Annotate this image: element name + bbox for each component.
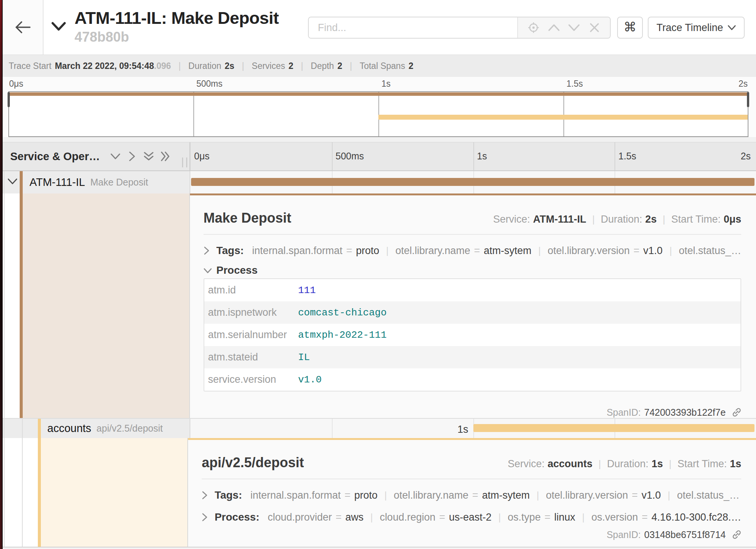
trace-minimap: 0μs 500ms 1s 1.5s 2s bbox=[3, 77, 756, 142]
minimap-tick-1s: 1s bbox=[381, 79, 390, 89]
find-prev-chevron-up-icon[interactable] bbox=[546, 20, 562, 35]
indent-guide bbox=[22, 438, 23, 547]
span-bar-accounts[interactable] bbox=[473, 424, 755, 432]
viewport-scrubber-left[interactable] bbox=[8, 92, 9, 136]
kv-value: comcast-chicago bbox=[298, 307, 387, 318]
tag-item: otel.library.name=atm-sytem bbox=[395, 245, 531, 257]
tags-accordian[interactable]: Tags: internal.span.format=proto | otel.… bbox=[202, 489, 741, 501]
ruler-gridline bbox=[332, 142, 333, 170]
duration-label: Duration bbox=[188, 61, 221, 71]
minimap-gridline bbox=[378, 92, 379, 136]
deep-link-icon[interactable] bbox=[731, 529, 742, 540]
process-label: Process bbox=[216, 264, 258, 276]
expand-one-chevron-right-icon[interactable] bbox=[126, 150, 138, 163]
process-separator: | bbox=[582, 512, 585, 523]
collapse-all-double-chevron-down-icon[interactable] bbox=[142, 150, 155, 163]
minimap-tick-labels: 0μs 500ms 1s 1.5s 2s bbox=[8, 79, 748, 91]
indent-guide bbox=[4, 193, 5, 418]
dropdown-chevron-down-icon bbox=[728, 25, 736, 30]
span-detail-body: Make Deposit Service: ATM-111-IL | Durat… bbox=[190, 195, 756, 391]
scrubber-right-handle[interactable] bbox=[747, 92, 749, 107]
tag-item: internal.span.format=proto bbox=[250, 490, 378, 501]
span-children-chevron-down-icon[interactable] bbox=[8, 178, 17, 187]
operation-name: Make Deposit bbox=[90, 177, 148, 188]
row-gridline bbox=[332, 419, 333, 438]
detail-divider bbox=[202, 479, 741, 479]
keyboard-shortcuts-button[interactable]: ⌘ bbox=[617, 17, 643, 39]
span-row-atm[interactable]: ATM-111-IL Make Deposit bbox=[3, 171, 756, 193]
tag-separator: | bbox=[668, 490, 670, 501]
trace-start-value: March 22 2022, 09:54:48.096 bbox=[55, 61, 171, 71]
span-detail-body: api/v2.5/deposit Service: accounts | Dur… bbox=[188, 440, 756, 523]
collapse-one-chevron-down-icon[interactable] bbox=[109, 150, 122, 163]
tags-chevron-right-icon bbox=[204, 246, 213, 255]
trace-page-header: ATM-111-IL: Make Deposit 478b80b bbox=[3, 0, 756, 55]
tags-label: Tags: bbox=[215, 489, 242, 501]
span-detail-left-atm bbox=[3, 193, 190, 418]
kv-key: atm.id bbox=[204, 284, 298, 296]
collapse-trace-chevron-icon[interactable] bbox=[50, 18, 67, 35]
tag-item-truncated: otel.status_… bbox=[677, 490, 739, 501]
trace-view-dropdown[interactable]: Trace Timeline bbox=[648, 17, 745, 39]
process-accordian[interactable]: Process bbox=[204, 264, 741, 276]
meta-separator: | bbox=[599, 459, 601, 469]
tag-separator: | bbox=[537, 490, 539, 501]
tag-item-truncated: otel.status_… bbox=[679, 245, 741, 257]
process-item-truncated: os.version=4.16.10-300.fc28.… bbox=[591, 512, 741, 523]
ruler-tick-500ms: 500ms bbox=[336, 151, 364, 162]
process-item: cloud.region=us-east-2 bbox=[380, 512, 492, 523]
tag-item: internal.span.format=proto bbox=[252, 245, 379, 257]
back-button[interactable] bbox=[3, 0, 44, 55]
find-next-chevron-down-icon[interactable] bbox=[566, 20, 582, 35]
tags-label: Tags: bbox=[216, 245, 244, 257]
process-key-value-table: atm.id 111 atm.ispnetwork comcast-chicag… bbox=[204, 278, 741, 391]
span-timeline-cell-atm[interactable] bbox=[190, 171, 756, 193]
scrubber-left-handle[interactable] bbox=[8, 92, 10, 107]
ruler-tick-2s: 2s bbox=[741, 151, 751, 162]
trace-id: 478b80b bbox=[75, 30, 279, 45]
meta-duration-label: Duration: bbox=[607, 458, 649, 470]
deep-link-icon[interactable] bbox=[731, 407, 742, 418]
span-name-cell-accounts[interactable]: accounts api/v2.5/deposit bbox=[3, 419, 190, 438]
services-value: 2 bbox=[289, 61, 294, 71]
span-id-row: SpanID: 742003393b122f7e bbox=[607, 407, 742, 418]
ruler-tick-1point5s: 1.5s bbox=[618, 151, 636, 162]
span-detail-panel-atm: Make Deposit Service: ATM-111-IL | Durat… bbox=[190, 193, 756, 418]
command-icon: ⌘ bbox=[624, 19, 636, 34]
kv-value: IL bbox=[298, 352, 310, 363]
expand-all-double-chevron-right-icon[interactable] bbox=[159, 150, 172, 163]
viewport-scrubber-right[interactable] bbox=[748, 92, 748, 136]
process-chevron-down-icon bbox=[204, 266, 213, 275]
tag-separator: | bbox=[384, 490, 387, 501]
find-clear-x-icon[interactable] bbox=[587, 20, 602, 35]
minimap-tick-0us: 0μs bbox=[9, 79, 23, 89]
meta-duration-value: 1s bbox=[652, 458, 663, 470]
span-detail-left-accounts bbox=[3, 438, 188, 547]
total-spans-value: 2 bbox=[409, 61, 414, 71]
span-detail-title: api/v2.5/deposit bbox=[202, 455, 304, 471]
span-row-accounts[interactable]: accounts api/v2.5/deposit 1s bbox=[3, 418, 756, 438]
service-operation-title: Service & Oper… bbox=[10, 150, 100, 163]
minimap-canvas[interactable] bbox=[8, 91, 748, 137]
column-resizer-handle[interactable] bbox=[182, 158, 187, 167]
minimap-span-bar-atm bbox=[8, 92, 748, 96]
find-input[interactable] bbox=[309, 17, 517, 38]
span-bar-atm[interactable] bbox=[191, 178, 754, 186]
meta-service-value: accounts bbox=[548, 458, 593, 470]
span-name-cell-atm[interactable]: ATM-111-IL Make Deposit bbox=[3, 171, 190, 193]
span-timeline-cell-accounts[interactable]: 1s bbox=[190, 419, 756, 438]
kv-value: atmxph-2022-111 bbox=[298, 329, 387, 341]
kv-key: atm.stateid bbox=[204, 351, 298, 363]
minimap-tick-2s: 2s bbox=[739, 79, 748, 89]
service-name: ATM-111-IL bbox=[30, 176, 85, 189]
span-id-row: SpanID: 03148be6751f8714 bbox=[607, 529, 742, 540]
tags-accordian[interactable]: Tags: internal.span.format=proto | otel.… bbox=[204, 245, 741, 257]
meta-start-time-value: 0μs bbox=[723, 214, 741, 225]
meta-service-label: Service: bbox=[493, 214, 530, 225]
tag-separator: | bbox=[669, 245, 672, 257]
locate-span-icon[interactable] bbox=[526, 20, 541, 35]
process-accordian[interactable]: Process: cloud.provider=aws | cloud.regi… bbox=[202, 511, 741, 523]
meta-duration-value: 2s bbox=[645, 214, 656, 225]
summary-separator: | bbox=[350, 61, 352, 71]
service-operation-column-header: Service & Oper… bbox=[3, 142, 190, 170]
